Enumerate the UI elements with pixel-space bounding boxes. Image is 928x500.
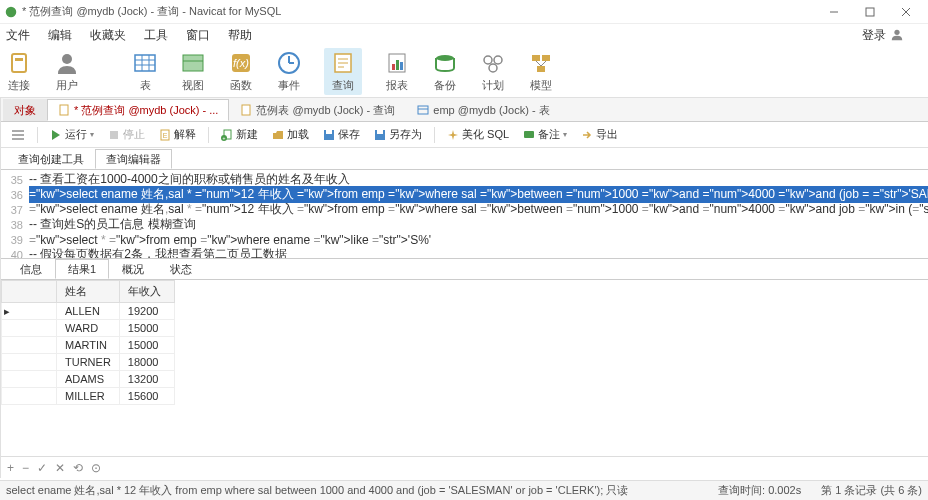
- svg-line-36: [536, 61, 541, 66]
- grid-navbar: + − ✓ ✕ ⟲ ⊙: [1, 456, 928, 478]
- toolbar-function[interactable]: f(x)函数: [228, 50, 254, 93]
- toolbar-model[interactable]: 模型: [528, 50, 554, 93]
- action-bar: 运行▾ 停止 E解释 +新建 加载 保存 另存为 美化 SQL 备注▾ 导出: [1, 122, 928, 148]
- maximize-button[interactable]: [858, 3, 882, 21]
- run-button[interactable]: 运行▾: [46, 125, 98, 144]
- stop-button[interactable]: 停止: [104, 125, 149, 144]
- tab-query-2[interactable]: 范例表 @mydb (Jock) - 查询: [229, 99, 406, 121]
- saveas-button[interactable]: 另存为: [370, 125, 426, 144]
- settings-icon[interactable]: ⊙: [91, 461, 101, 475]
- app-icon: [4, 5, 18, 19]
- status-time: 查询时间: 0.002s: [718, 483, 801, 498]
- result-tab-info[interactable]: 信息: [7, 259, 55, 279]
- sql-editor[interactable]: 35-- 查看工资在1000-4000之间的职称或销售员的姓名及年收入 36="…: [1, 170, 928, 258]
- table-row[interactable]: TURNER18000: [2, 354, 175, 371]
- svg-point-30: [484, 56, 492, 64]
- svg-point-0: [6, 6, 17, 17]
- toolbar-view[interactable]: 视图: [180, 50, 206, 93]
- table-row[interactable]: ADAMS13200: [2, 371, 175, 388]
- svg-rect-81: [242, 105, 250, 115]
- table-row[interactable]: MARTIN15000: [2, 337, 175, 354]
- cancel-icon[interactable]: ✕: [55, 461, 65, 475]
- export-button[interactable]: 导出: [577, 125, 622, 144]
- menu-fav[interactable]: 收藏夹: [90, 27, 126, 44]
- svg-rect-35: [537, 66, 545, 72]
- table-row[interactable]: ▸ALLEN19200: [2, 303, 175, 320]
- remark-button[interactable]: 备注▾: [519, 125, 571, 144]
- stop-icon: [108, 129, 120, 141]
- editor-tabs: 对象 * 范例查询 @mydb (Jock) - ... 范例表 @mydb (…: [1, 98, 928, 122]
- toolbar-schedule[interactable]: 计划: [480, 50, 506, 93]
- svg-rect-89: [110, 131, 118, 139]
- refresh-icon[interactable]: ⟲: [73, 461, 83, 475]
- svg-point-29: [436, 55, 454, 61]
- menu-bar: 文件 编辑 收藏夹 工具 窗口 帮助 登录: [0, 24, 928, 46]
- window-title: * 范例查询 @mydb (Jock) - 查询 - Navicat for M…: [22, 4, 822, 19]
- menu-file[interactable]: 文件: [6, 27, 30, 44]
- svg-rect-82: [418, 106, 428, 114]
- svg-text:E: E: [163, 132, 168, 139]
- toolbar-table[interactable]: 表: [132, 50, 158, 93]
- query-file-icon: [58, 104, 70, 116]
- tab-objects[interactable]: 对象: [3, 99, 47, 121]
- toolbar-report[interactable]: 报表: [384, 50, 410, 93]
- confirm-icon[interactable]: ✓: [37, 461, 47, 475]
- svg-rect-33: [532, 55, 540, 61]
- menu-help[interactable]: 帮助: [228, 27, 252, 44]
- tab-table-emp[interactable]: emp @mydb (Jock) - 表: [406, 99, 560, 121]
- tab-query-builder[interactable]: 查询创建工具: [7, 149, 95, 169]
- editor-line-39: ="kw">select * ="kw">from emp ="kw">wher…: [29, 233, 928, 247]
- add-row-icon[interactable]: +: [7, 461, 14, 475]
- result-tab-profile[interactable]: 概况: [109, 259, 157, 279]
- minimize-button[interactable]: [822, 3, 846, 21]
- new-icon: +: [221, 129, 233, 141]
- delete-row-icon[interactable]: −: [22, 461, 29, 475]
- result-tab-result1[interactable]: 结果1: [55, 259, 109, 279]
- explain-button[interactable]: E解释: [155, 125, 200, 144]
- beautify-button[interactable]: 美化 SQL: [443, 125, 513, 144]
- svg-rect-6: [12, 54, 26, 72]
- svg-rect-7: [15, 58, 23, 61]
- svg-line-37: [541, 61, 546, 66]
- menu-window[interactable]: 窗口: [186, 27, 210, 44]
- load-icon: [272, 129, 284, 141]
- toolbar-query[interactable]: 查询: [324, 48, 362, 95]
- svg-rect-99: [524, 131, 534, 138]
- result-tabs: 信息 结果1 概况 状态: [1, 258, 928, 280]
- col-header[interactable]: 年收入: [119, 281, 174, 303]
- svg-rect-9: [135, 55, 155, 71]
- load-button[interactable]: 加载: [268, 125, 313, 144]
- user-icon[interactable]: [890, 27, 904, 44]
- result-tab-status[interactable]: 状态: [157, 259, 205, 279]
- svg-rect-96: [326, 130, 332, 134]
- toolbar-backup[interactable]: 备份: [432, 50, 458, 93]
- toolbar-event[interactable]: 事件: [276, 50, 302, 93]
- svg-point-5: [894, 29, 899, 34]
- svg-rect-98: [377, 130, 383, 134]
- col-header[interactable]: 姓名: [57, 281, 120, 303]
- result-grid[interactable]: 姓名年收入▸ALLEN19200WARD15000MARTIN15000TURN…: [1, 280, 928, 456]
- tab-query-editor[interactable]: 查询编辑器: [95, 149, 172, 169]
- sparkle-icon: [447, 129, 459, 141]
- svg-rect-28: [400, 62, 403, 70]
- svg-point-8: [62, 54, 72, 64]
- new-button[interactable]: +新建: [217, 125, 262, 144]
- main-toolbar: 连接 用户 表 视图 f(x)函数 事件 查询 报表 备份 计划 模型: [0, 46, 928, 98]
- title-bar: * 范例查询 @mydb (Jock) - 查询 - Navicat for M…: [0, 0, 928, 24]
- svg-rect-34: [542, 55, 550, 61]
- export-icon: [581, 129, 593, 141]
- explain-icon: E: [159, 129, 171, 141]
- close-button[interactable]: [894, 3, 918, 21]
- table-row[interactable]: MILLER15600: [2, 388, 175, 405]
- menu-tools[interactable]: 工具: [144, 27, 168, 44]
- main-panel: 对象 * 范例查询 @mydb (Jock) - ... 范例表 @mydb (…: [1, 98, 928, 478]
- save-button[interactable]: 保存: [319, 125, 364, 144]
- table-row[interactable]: WARD15000: [2, 320, 175, 337]
- toolbar-user[interactable]: 用户: [54, 50, 80, 93]
- login-link[interactable]: 登录: [862, 27, 886, 44]
- menu-toggle-icon[interactable]: [7, 128, 29, 142]
- menu-edit[interactable]: 编辑: [48, 27, 72, 44]
- editor-line-38: -- 查询姓S的员工信息 模糊查询: [29, 216, 928, 233]
- toolbar-connection[interactable]: 连接: [6, 50, 32, 93]
- tab-query-1[interactable]: * 范例查询 @mydb (Jock) - ...: [47, 99, 229, 121]
